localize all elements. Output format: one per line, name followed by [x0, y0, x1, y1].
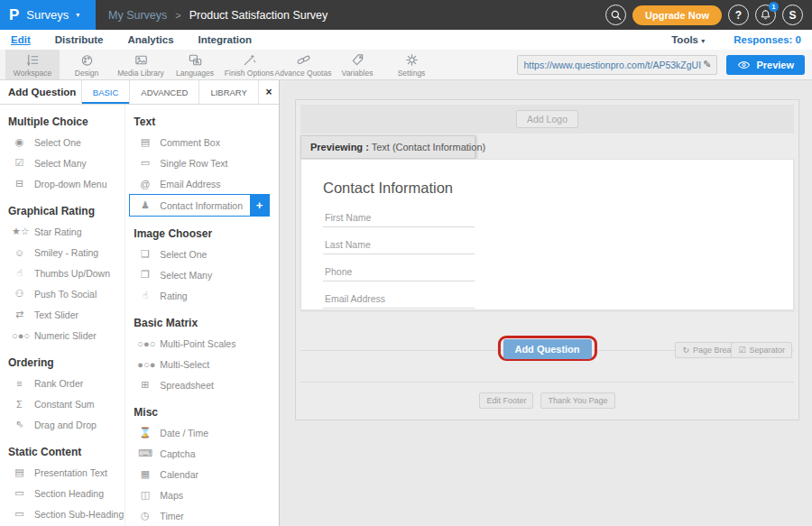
- section-heading-icon: ▭: [12, 487, 27, 499]
- separator-icon: ☑: [738, 346, 745, 355]
- question-type-label: Select Many: [160, 270, 212, 281]
- toolbar-label: Workspace: [14, 69, 51, 78]
- question-type-comment-box[interactable]: ▤Comment Box: [125, 132, 279, 152]
- question-type-select-many[interactable]: ☑Select Many: [0, 152, 125, 173]
- question-type-thumbs-up-down[interactable]: ☝Thumbs Up/Down: [0, 263, 125, 283]
- question-type-numeric-slider[interactable]: ○●○Numeric Slider: [0, 325, 125, 346]
- question-type-contact-information[interactable]: ♟Contact Information+: [129, 194, 270, 217]
- help-button[interactable]: ?: [728, 5, 749, 25]
- search-button[interactable]: [605, 5, 626, 25]
- last-name-field[interactable]: [323, 234, 475, 254]
- date-time-icon: ⌛: [137, 427, 152, 438]
- question-type-rank-order[interactable]: ≡Rank Order: [0, 373, 125, 393]
- question-type-multi-point-scales[interactable]: ○●○Multi-Point Scales: [125, 333, 279, 354]
- toolbar-media-library[interactable]: Media Library: [114, 50, 168, 79]
- question-type-single-row-text[interactable]: ▭Single Row Text: [125, 152, 279, 173]
- breadcrumb-my-surveys[interactable]: My Surveys: [108, 9, 167, 22]
- phone-field[interactable]: [323, 261, 475, 281]
- edit-url-icon[interactable]: ✎: [703, 59, 711, 70]
- tools-menu[interactable]: Tools ▾: [671, 34, 705, 45]
- search-icon: [610, 9, 623, 22]
- survey-canvas: Add Logo Previewing : Text (Contact Info…: [280, 80, 812, 526]
- toolbar-settings[interactable]: Settings: [384, 50, 438, 79]
- page-break-label: Page Break: [693, 346, 735, 355]
- comment-box-icon: ▤: [137, 136, 152, 148]
- question-type-label: Single Row Text: [160, 158, 227, 169]
- drop-down-menu-icon: ⊟: [12, 178, 27, 189]
- question-type-timer[interactable]: ◷Timer: [125, 505, 279, 526]
- question-type-rating[interactable]: ☝Rating: [125, 285, 279, 306]
- survey-url-input[interactable]: [523, 60, 703, 70]
- responses-count[interactable]: Responses: 0: [734, 34, 801, 45]
- question-type-select-one[interactable]: ◉Select One: [0, 132, 125, 152]
- question-type-label: Contact Information: [160, 200, 243, 211]
- email-address-field[interactable]: [323, 288, 475, 309]
- question-type-push-to-social[interactable]: ⚇Push To Social: [0, 283, 125, 304]
- select-many-icon: ❐: [137, 269, 152, 281]
- question-type-spreadsheet[interactable]: ⊞Spreadsheet: [125, 374, 279, 395]
- close-panel-button[interactable]: ×: [258, 80, 279, 104]
- question-type-label: Rating: [160, 291, 187, 301]
- first-name-field[interactable]: [323, 207, 475, 227]
- toolbar-workspace[interactable]: Workspace: [5, 50, 60, 79]
- question-type-text-slider[interactable]: ⇄Text Slider: [0, 304, 125, 325]
- group-header-graphical-rating: Graphical Rating: [8, 205, 125, 217]
- previewing-label: Previewing :: [310, 142, 369, 152]
- nav-tab-edit[interactable]: Edit: [11, 34, 31, 45]
- question-type-select-one[interactable]: ❏Select One: [125, 244, 279, 264]
- product-label: Surveys: [26, 8, 69, 22]
- edit-footer-button[interactable]: Edit Footer: [479, 392, 533, 409]
- calendar-icon: ▦: [137, 468, 152, 480]
- question-type-smiley-rating[interactable]: ☺Smiley - Rating: [0, 242, 125, 263]
- add-contact-information-button[interactable]: +: [250, 195, 269, 216]
- question-type-captcha[interactable]: ⌨Captcha: [125, 443, 279, 464]
- tab-basic[interactable]: BASIC: [81, 80, 130, 104]
- question-type-multi-select[interactable]: ●○●Multi-Select: [125, 354, 279, 374]
- logo-strip: Add Logo: [300, 105, 794, 134]
- question-type-label: Captcha: [160, 448, 195, 459]
- notifications-button[interactable]: 1: [755, 5, 776, 25]
- maps-icon: ◫: [137, 489, 152, 501]
- design-icon: [79, 52, 95, 68]
- toolbar-variables[interactable]: Variables: [330, 50, 384, 79]
- question-mark-icon: ?: [735, 9, 742, 22]
- question-type-drop-down-menu[interactable]: ⊟Drop-down Menu: [0, 173, 125, 194]
- rating-icon: ☝: [137, 290, 152, 301]
- toolbar-languages[interactable]: Languages: [168, 50, 222, 79]
- tab-advanced[interactable]: ADVANCED: [129, 80, 198, 104]
- text-slider-icon: ⇄: [12, 309, 27, 320]
- add-logo-button[interactable]: Add Logo: [516, 110, 578, 128]
- toolbar-design[interactable]: Design: [60, 50, 114, 79]
- separator-button[interactable]: ☑ Separator: [731, 342, 792, 358]
- surveys-menu[interactable]: P Surveys ▾: [0, 0, 96, 30]
- nav-tab-integration[interactable]: Integration: [198, 34, 252, 45]
- question-type-star-rating[interactable]: ★☆Star Rating: [0, 221, 125, 242]
- question-type-date-time[interactable]: ⌛Date / Time: [125, 422, 279, 443]
- toolbar-finish-options[interactable]: Finish Options: [222, 50, 276, 79]
- question-type-maps[interactable]: ◫Maps: [125, 484, 279, 505]
- question-type-section-sub-heading[interactable]: ▭Section Sub-Heading: [0, 503, 125, 524]
- avatar[interactable]: S: [782, 5, 803, 25]
- question-type-constant-sum[interactable]: ΣConstant Sum: [0, 393, 125, 414]
- toolbar-label: Media Library: [117, 69, 164, 78]
- question-type-calendar[interactable]: ▦Calendar: [125, 464, 279, 484]
- chevron-down-icon: ▾: [701, 37, 705, 45]
- question-type-presentation-text[interactable]: ▤Presentation Text: [0, 462, 125, 483]
- eye-icon: [737, 60, 751, 70]
- tab-library[interactable]: LIBRARY: [198, 80, 257, 104]
- survey-url-field[interactable]: ✎: [517, 55, 717, 75]
- question-type-drag-and-drop[interactable]: ⇖Drag and Drop: [0, 414, 125, 435]
- nav-tab-distribute[interactable]: Distribute: [55, 34, 104, 45]
- toolbar-advance-quotas[interactable]: Advance Quotas: [276, 50, 330, 79]
- question-type-email-address[interactable]: @Email Address: [125, 173, 279, 194]
- upgrade-now-button[interactable]: Upgrade Now: [632, 5, 722, 25]
- preview-button[interactable]: Preview: [726, 55, 805, 75]
- add-question-button[interactable]: Add Question: [503, 339, 591, 359]
- push-to-social-icon: ⚇: [12, 288, 27, 300]
- nav-tab-analytics[interactable]: Analytics: [127, 34, 173, 45]
- contact-information-icon: ♟: [137, 199, 152, 211]
- question-type-section-heading[interactable]: ▭Section Heading: [0, 483, 125, 503]
- footer-divider: [300, 382, 794, 383]
- thank-you-page-button[interactable]: Thank You Page: [540, 392, 614, 409]
- question-type-select-many[interactable]: ❐Select Many: [125, 264, 279, 285]
